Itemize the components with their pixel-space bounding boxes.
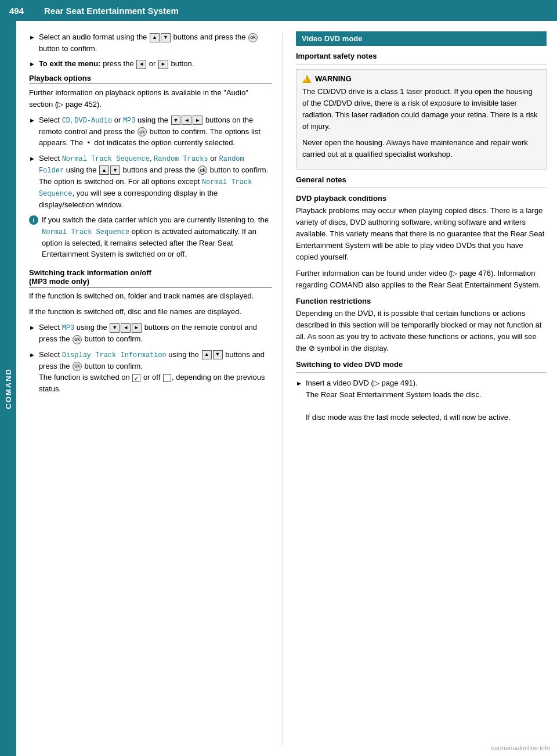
page-title: Rear Seat Entertainment System <box>44 6 179 16</box>
main-layout: COMAND ► Select an audio format using th… <box>0 21 557 756</box>
bullet-content-4: Select Normal Track Sequence, Random Tra… <box>39 153 272 211</box>
warning-label: WARNING <box>315 74 352 83</box>
bullet-item-4: ► Select Normal Track Sequence, Random T… <box>29 153 272 211</box>
switch-para-1: If the function is switched on, folder a… <box>29 290 272 302</box>
right-column: Video DVD mode Important safety notes WA… <box>283 31 557 746</box>
btn-right-3: ► <box>193 116 202 125</box>
warning-box: WARNING The CD/DVD drive is a class 1 la… <box>296 69 547 170</box>
video-dvd-header: Video DVD mode <box>296 31 547 46</box>
playback-para: Further information on playback options … <box>29 87 272 110</box>
btn-up-1: ▲ <box>150 33 160 42</box>
btn-left-2: ◄ <box>136 60 146 69</box>
dvd-playback-heading: DVD playback conditions <box>296 194 547 203</box>
bullet-content-1: Select an audio format using the ▲▼ butt… <box>39 31 272 54</box>
btn-down-3: ▼ <box>171 116 181 125</box>
switching-extra-1: The Rear Seat Entertainment System loads… <box>306 390 482 399</box>
switch-heading: Switching track information on/off(MP3 m… <box>29 268 272 287</box>
bullet-arrow-2: ► <box>29 59 35 69</box>
bullet-arrow-5: ► <box>29 323 35 333</box>
mp3-text-3: MP3 <box>123 117 136 125</box>
watermark: carmanualonline.info <box>491 744 550 751</box>
bullet-content-3: Select CD, DVD-Audio or MP3 using the ▼◄… <box>39 114 272 149</box>
switching-extra-2: If disc mode was the last mode selected,… <box>306 413 511 422</box>
dvd-para-1: Playback problems may occur when playing… <box>296 205 547 264</box>
dvd-audio-text: DVD-Audio <box>74 117 112 125</box>
ok-btn-1: ok <box>248 33 258 42</box>
playback-heading: Playback options <box>29 74 272 84</box>
nts-info: Normal Track Sequence <box>42 228 129 236</box>
bullet-item-6: ► Select Display Track Information using… <box>29 349 272 395</box>
chk-off <box>163 374 171 382</box>
switching-bullet-content: Insert a video DVD (▷ page 491). The Rea… <box>306 377 547 423</box>
switch-para-2: If the function is switched off, disc an… <box>29 306 272 318</box>
btn-right-2: ► <box>158 60 168 69</box>
function-para: Depending on the DVD, it is possible tha… <box>296 308 547 355</box>
warning-text-1: The CD/DVD drive is a class 1 laser prod… <box>302 86 540 133</box>
ok-btn-3: ok <box>138 127 147 136</box>
nts-text: Normal Track Sequence <box>62 155 150 163</box>
warning-text-2: Never open the housing. Always have main… <box>302 137 540 160</box>
ok-btn-4: ok <box>198 165 207 175</box>
btn-right-5: ► <box>132 323 142 333</box>
info-content: If you switch the data carrier which you… <box>42 214 272 260</box>
dti-text: Display Track Information <box>62 351 167 359</box>
bullet-arrow-6: ► <box>29 350 35 360</box>
btn-left-3: ◄ <box>182 116 191 125</box>
rt-text: Random Tracks <box>154 155 208 163</box>
warning-header: WARNING <box>302 74 540 83</box>
btn-up-6: ▲ <box>202 350 212 359</box>
general-notes-heading: General notes <box>296 175 547 184</box>
bullet-arrow-1: ► <box>29 33 35 42</box>
switching-bullet: ► Insert a video DVD (▷ page 491). The R… <box>296 377 547 423</box>
left-column: ► Select an audio format using the ▲▼ bu… <box>16 31 283 746</box>
side-label-text: COMAND <box>4 368 13 409</box>
side-label: COMAND <box>0 21 16 756</box>
important-safety-heading: Important safety notes <box>296 52 547 60</box>
divider-2 <box>296 188 547 188</box>
warning-triangle-icon <box>302 75 312 83</box>
bullet-item-5: ► Select MP3 using the ▼◄► buttons on th… <box>29 322 272 345</box>
bullet-content-6: Select Display Track Information using t… <box>39 349 272 395</box>
function-restrictions-heading: Function restrictions <box>296 297 547 305</box>
content-area: ► Select an audio format using the ▲▼ bu… <box>16 21 557 756</box>
btn-down-1: ▼ <box>161 33 171 42</box>
btn-down-4: ▼ <box>110 165 120 175</box>
switching-before: Insert a video DVD (▷ page 491). <box>306 379 418 387</box>
btn-up-4: ▲ <box>99 165 109 175</box>
info-bullet: i If you switch the data carrier which y… <box>29 214 272 260</box>
b1-text-before: Select an audio format using the <box>39 33 147 41</box>
ok-btn-5: ok <box>73 335 82 344</box>
chk-on: ✓ <box>132 374 140 382</box>
dvd-para-2: Further information can be found under v… <box>296 268 547 291</box>
bullet-content-2: To exit the menu: press the ◄ or ► butto… <box>39 58 272 70</box>
btn-down-6: ▼ <box>213 350 223 359</box>
page-header: 494 Rear Seat Entertainment System <box>0 0 557 21</box>
bullet-content-5: Select MP3 using the ▼◄► buttons on the … <box>39 322 272 345</box>
b2-bold: To exit the menu: <box>39 59 101 68</box>
bullet-arrow-switching: ► <box>296 379 302 388</box>
bullet-item-3: ► Select CD, DVD-Audio or MP3 using the … <box>29 114 272 149</box>
cd-text: CD <box>62 117 70 125</box>
info-icon: i <box>29 215 38 225</box>
bullet-arrow-3: ► <box>29 116 35 125</box>
page-number: 494 <box>9 6 44 16</box>
divider-1 <box>296 64 547 64</box>
bullet-item-2: ► To exit the menu: press the ◄ or ► but… <box>29 58 272 70</box>
btn-down-5: ▼ <box>110 323 120 333</box>
bullet-arrow-4: ► <box>29 154 35 164</box>
nts-text-2: Normal Track Sequence <box>39 178 252 198</box>
divider-3 <box>296 372 547 373</box>
mp3-text-5: MP3 <box>62 324 75 332</box>
switching-heading: Switching to video DVD mode <box>296 360 547 369</box>
bullet-item-1: ► Select an audio format using the ▲▼ bu… <box>29 31 272 54</box>
ok-btn-6: ok <box>73 362 82 371</box>
btn-left-5: ◄ <box>121 323 131 333</box>
